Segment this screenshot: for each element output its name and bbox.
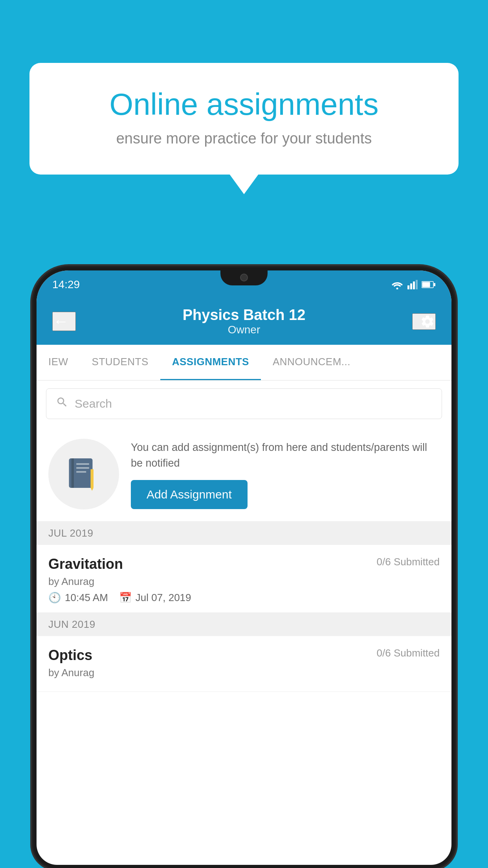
battery-icon [422, 281, 436, 289]
add-assignment-button[interactable]: Add Assignment [131, 480, 248, 509]
svg-rect-12 [76, 471, 86, 473]
header-center: Physics Batch 12 Owner [76, 307, 412, 336]
front-camera [240, 274, 248, 281]
assignment-item-gravitation[interactable]: Gravitation 0/6 Submitted by Anurag 🕙 10… [37, 545, 451, 613]
svg-rect-10 [76, 463, 89, 465]
svg-rect-13 [91, 469, 94, 488]
svg-rect-9 [72, 458, 74, 488]
svg-rect-3 [413, 281, 415, 289]
svg-rect-4 [416, 280, 418, 289]
tab-students[interactable]: STUDENTS [80, 345, 160, 380]
phone-inner: 14:29 [37, 270, 451, 865]
phone-notch [220, 270, 268, 285]
assignment-time-value: 10:45 AM [65, 592, 108, 604]
status-icons [391, 280, 436, 289]
assignment-item-optics[interactable]: Optics 0/6 Submitted by Anurag [37, 636, 451, 692]
tabs-container: IEW STUDENTS ASSIGNMENTS ANNOUNCEM... [37, 345, 451, 381]
svg-rect-11 [76, 467, 89, 469]
search-container: Search [37, 381, 451, 427]
assignment-by-optics: by Anurag [48, 667, 440, 679]
app-header: ← Physics Batch 12 Owner [37, 299, 451, 345]
calendar-icon: 📅 [119, 592, 132, 604]
svg-marker-14 [91, 488, 94, 491]
assignment-submitted: 0/6 Submitted [377, 556, 440, 568]
search-bar[interactable]: Search [46, 388, 442, 419]
assignment-submitted-optics: 0/6 Submitted [377, 647, 440, 659]
promo-icon-circle [48, 439, 119, 509]
tab-announcements[interactable]: ANNOUNCEM... [261, 345, 362, 380]
assignment-time: 🕙 10:45 AM [48, 592, 108, 604]
header-subtitle: Owner [76, 324, 412, 336]
notebook-icon [64, 454, 103, 494]
tab-iew[interactable]: IEW [37, 345, 80, 380]
assignment-by: by Anurag [48, 576, 440, 588]
month-header-jul: JUL 2019 [37, 522, 451, 545]
wifi-icon [391, 280, 404, 289]
search-placeholder: Search [75, 397, 112, 410]
speech-bubble: Online assignments ensure more practice … [29, 63, 459, 175]
search-icon [56, 396, 68, 412]
promo-section: You can add assignment(s) from here and … [37, 427, 451, 522]
assignment-top-row: Gravitation 0/6 Submitted [48, 556, 440, 572]
phone-frame: 14:29 [33, 267, 455, 868]
promo-text: You can add assignment(s) from here and … [131, 440, 440, 471]
svg-rect-2 [410, 283, 412, 289]
status-time: 14:29 [52, 278, 80, 291]
settings-button[interactable] [412, 313, 436, 330]
assignment-date: 📅 Jul 07, 2019 [119, 592, 191, 604]
svg-rect-1 [407, 285, 409, 289]
speech-bubble-container: Online assignments ensure more practice … [29, 63, 459, 175]
assignment-meta: 🕙 10:45 AM 📅 Jul 07, 2019 [48, 592, 440, 604]
speech-bubble-title: Online assignments [61, 86, 427, 122]
speech-bubble-subtitle: ensure more practice for your students [61, 130, 427, 147]
status-bar: 14:29 [37, 270, 451, 299]
back-button[interactable]: ← [52, 312, 76, 331]
svg-rect-7 [434, 283, 435, 286]
svg-rect-6 [422, 282, 430, 287]
header-title: Physics Batch 12 [76, 307, 412, 324]
gear-icon [420, 314, 435, 329]
assignment-top-row-optics: Optics 0/6 Submitted [48, 647, 440, 664]
svg-point-0 [396, 288, 398, 290]
assignment-name: Gravitation [48, 556, 123, 572]
signal-icon [407, 280, 418, 289]
clock-icon: 🕙 [48, 592, 61, 604]
assignment-date-value: Jul 07, 2019 [136, 592, 191, 604]
month-header-jun: JUN 2019 [37, 613, 451, 636]
promo-content: You can add assignment(s) from here and … [131, 440, 440, 509]
tab-assignments[interactable]: ASSIGNMENTS [160, 345, 261, 380]
assignment-name-optics: Optics [48, 647, 92, 664]
